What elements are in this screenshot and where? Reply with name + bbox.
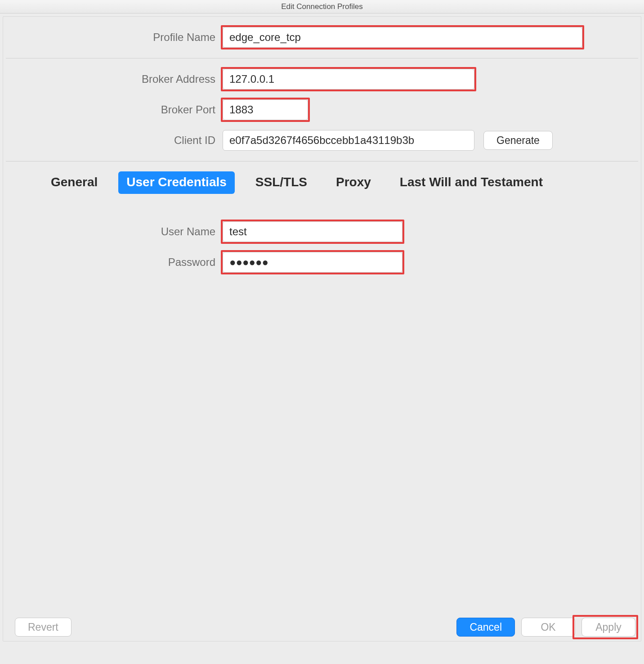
tab-user-credentials[interactable]: User Credentials [118, 171, 235, 194]
label-client-id: Client ID [3, 134, 223, 147]
tab-ssl-tls[interactable]: SSL/TLS [247, 171, 315, 194]
dialog-panel: Profile Name Broker Address Broker Port [3, 16, 641, 642]
broker-port-input[interactable] [223, 99, 308, 120]
generate-button[interactable]: Generate [483, 131, 553, 150]
label-broker-port: Broker Port [3, 103, 223, 116]
client-id-input[interactable] [223, 130, 474, 151]
tab-general[interactable]: General [43, 171, 106, 194]
row-broker-port: Broker Port [3, 99, 638, 121]
row-broker-address: Broker Address [3, 68, 638, 90]
revert-button[interactable]: Revert [15, 618, 72, 637]
profile-name-input[interactable] [223, 27, 582, 48]
tab-last-will[interactable]: Last Will and Testament [392, 171, 551, 194]
row-password: Password [3, 251, 638, 273]
footer-bar: Revert Cancel OK Apply [3, 618, 641, 637]
user-name-input[interactable] [223, 221, 402, 242]
label-user-name: User Name [3, 225, 223, 238]
apply-button[interactable]: Apply [581, 618, 635, 637]
window-title: Edit Connection Profiles [0, 0, 644, 13]
tab-bar: General User Credentials SSL/TLS Proxy L… [3, 162, 641, 194]
label-broker-address: Broker Address [3, 73, 223, 85]
broker-address-input[interactable] [223, 69, 474, 90]
tab-proxy[interactable]: Proxy [328, 171, 379, 194]
row-client-id: Client ID Generate [3, 130, 638, 151]
password-input[interactable] [223, 252, 402, 273]
label-password: Password [3, 256, 223, 269]
ok-button[interactable]: OK [521, 618, 575, 637]
row-user-name: User Name [3, 221, 638, 242]
label-profile-name: Profile Name [3, 31, 223, 44]
row-profile-name: Profile Name [3, 27, 638, 48]
cancel-button[interactable]: Cancel [456, 618, 515, 637]
